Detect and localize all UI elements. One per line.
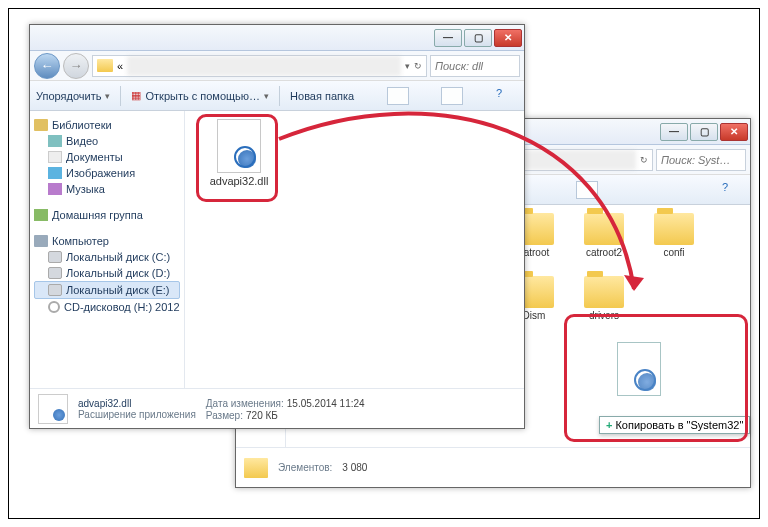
- folder-item[interactable]: catroot2: [574, 213, 634, 258]
- search-input[interactable]: Поиск: Syst…: [656, 149, 746, 171]
- maximize-button[interactable]: ▢: [690, 123, 718, 141]
- homegroup-icon: [34, 209, 48, 221]
- disk-icon: [48, 267, 62, 279]
- address-bar: ← → « ▾ ↻ Поиск: dll: [30, 51, 524, 81]
- preview-pane-button[interactable]: [441, 87, 463, 105]
- forward-button[interactable]: →: [63, 53, 89, 79]
- dll-file-icon: [217, 119, 261, 173]
- file-label: advapi32.dll: [210, 175, 269, 187]
- nav-images[interactable]: Изображения: [34, 165, 180, 181]
- homegroup-head[interactable]: Домашняя группа: [34, 207, 180, 223]
- disk-icon: [48, 251, 62, 263]
- folder-icon: [97, 59, 113, 72]
- refresh-icon[interactable]: ↻: [640, 155, 648, 165]
- video-icon: [48, 135, 62, 147]
- music-icon: [48, 183, 62, 195]
- minimize-button[interactable]: —: [434, 29, 462, 47]
- nav-pane[interactable]: Библиотеки Видео Документы Изображения М…: [30, 111, 185, 388]
- status-bar: advapi32.dll Расширение приложения Дата …: [30, 388, 524, 428]
- folder-icon: [654, 213, 694, 245]
- breadcrumb[interactable]: « ▾ ↻: [92, 55, 427, 77]
- drag-ghost: [617, 342, 661, 396]
- status-file-type: Расширение приложения: [78, 409, 196, 420]
- close-button[interactable]: ✕: [720, 123, 748, 141]
- toolbar: Упорядочить ▾ ▦ Открыть с помощью… ▾ Нов…: [30, 81, 524, 111]
- titlebar: — ▢ ✕: [30, 25, 524, 51]
- images-icon: [48, 167, 62, 179]
- libraries-head[interactable]: Библиотеки: [34, 117, 180, 133]
- status-file-name: advapi32.dll: [78, 398, 131, 409]
- minimize-button[interactable]: —: [660, 123, 688, 141]
- nav-music[interactable]: Музыка: [34, 181, 180, 197]
- maximize-button[interactable]: ▢: [464, 29, 492, 47]
- plus-icon: +: [606, 419, 612, 431]
- help-button[interactable]: ?: [722, 181, 744, 199]
- folder-item[interactable]: confi: [644, 213, 704, 258]
- nav-documents[interactable]: Документы: [34, 149, 180, 165]
- folder-icon: [584, 213, 624, 245]
- organize-button[interactable]: Упорядочить ▾: [36, 90, 110, 102]
- preview-pane-button[interactable]: [576, 181, 598, 199]
- computer-head[interactable]: Компьютер: [34, 233, 180, 249]
- computer-icon: [34, 235, 48, 247]
- status-count-label: Элементов:: [278, 462, 332, 473]
- help-button[interactable]: ?: [496, 87, 518, 105]
- new-folder-button[interactable]: Новая папка: [290, 90, 354, 102]
- back-button[interactable]: ←: [34, 53, 60, 79]
- folder-icon: [244, 458, 268, 478]
- open-with-button[interactable]: ▦ Открыть с помощью… ▾: [131, 89, 269, 102]
- status-bar: Элементов: 3 080: [236, 447, 750, 487]
- libraries-icon: [34, 119, 48, 131]
- nav-disk-e[interactable]: Локальный диск (E:): [34, 281, 180, 299]
- explorer-window-source[interactable]: — ▢ ✕ ← → « ▾ ↻ Поиск: dll Упорядочить ▾…: [29, 24, 525, 429]
- status-count-value: 3 080: [342, 462, 367, 473]
- window-body: Библиотеки Видео Документы Изображения М…: [30, 111, 524, 388]
- close-button[interactable]: ✕: [494, 29, 522, 47]
- status-file-icon: [38, 394, 68, 424]
- nav-disk-d[interactable]: Локальный диск (D:): [34, 265, 180, 281]
- nav-disk-c[interactable]: Локальный диск (C:): [34, 249, 180, 265]
- documents-icon: [48, 151, 62, 163]
- folder-icon: [584, 276, 624, 308]
- folder-item[interactable]: drivers: [574, 276, 634, 321]
- nav-cd-drive[interactable]: CD-дисковод (H:) 2012: [34, 299, 180, 315]
- search-input[interactable]: Поиск: dll: [430, 55, 520, 77]
- nav-video[interactable]: Видео: [34, 133, 180, 149]
- cd-icon: [48, 301, 60, 313]
- view-options-button[interactable]: [387, 87, 409, 105]
- file-list[interactable]: advapi32.dll: [185, 111, 524, 388]
- file-advapi32[interactable]: advapi32.dll: [203, 119, 275, 187]
- drop-tooltip: +Копировать в "System32": [599, 416, 750, 434]
- disk-icon: [48, 284, 62, 296]
- refresh-icon[interactable]: ↻: [414, 61, 422, 71]
